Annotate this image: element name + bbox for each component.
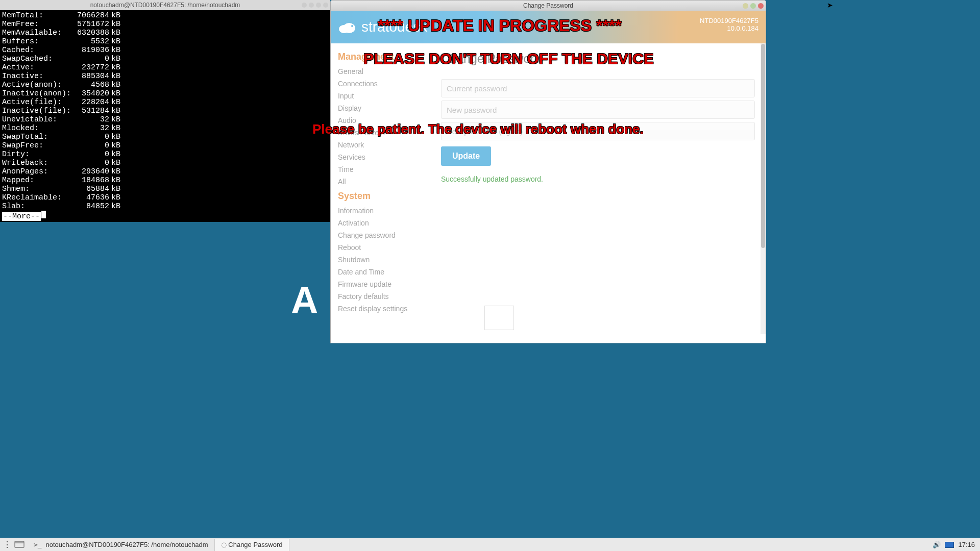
new-password-again-input[interactable]: New password (again) — [441, 122, 755, 140]
network-icon[interactable] — [945, 542, 954, 548]
system-tray: 🔊 17:16 — [927, 541, 980, 548]
logo-text: stratodesk — [361, 19, 427, 35]
terminal-row: Active:232772kB — [2, 63, 328, 72]
sidebar-item[interactable]: Display — [338, 102, 424, 114]
update-button[interactable]: Update — [441, 146, 491, 166]
terminal-row: MemAvailable:6320388kB — [2, 29, 328, 37]
terminal-more[interactable]: --More-- — [2, 211, 328, 221]
logo: stratodesk — [338, 19, 427, 35]
sidebar-item[interactable]: Audio — [338, 114, 424, 127]
page-content: Management GeneralConnectionsInputDispla… — [331, 43, 766, 343]
taskbar-tray: ⋮ — [0, 540, 28, 549]
terminal-icon: >_ — [34, 541, 45, 548]
sidebar-item[interactable]: Reboot — [338, 241, 424, 254]
sidebar-item[interactable]: Reset display settings — [338, 303, 424, 315]
terminal-row: MemTotal:7066284kB — [2, 11, 328, 20]
terminal-row: Buffers:5532kB — [2, 37, 328, 46]
svg-point-1 — [343, 23, 355, 33]
new-password-input[interactable]: New password — [441, 101, 755, 119]
sidebar-item[interactable]: Information — [338, 205, 424, 217]
svg-rect-3 — [15, 541, 24, 547]
terminal-row: Writeback:0kB — [2, 159, 328, 167]
sidebar-section-management: Management — [338, 52, 424, 62]
terminal-row: Cached:819036kB — [2, 46, 328, 55]
terminal-row: Mlocked:32kB — [2, 124, 328, 133]
terminal-row: Inactive(file):531284kB — [2, 107, 328, 115]
file-manager-icon[interactable] — [14, 540, 24, 549]
svg-point-2 — [351, 25, 353, 27]
terminal-row: Inactive:885304kB — [2, 72, 328, 81]
terminal-row: Unevictable:32kB — [2, 115, 328, 124]
terminal-controls — [302, 3, 328, 8]
stratodesk-logo-icon — [338, 19, 357, 35]
cursor-icon: ➤ — [827, 1, 833, 9]
browser-title: Change Password — [523, 2, 573, 9]
taskbar-terminal-button[interactable]: >_ notouchadm@NTD00190F4627F5: /home/not… — [28, 539, 215, 551]
ip-address: 10.0.0.184 — [700, 24, 758, 32]
sidebar-item[interactable]: Network — [338, 139, 424, 151]
scrollbar-thumb[interactable] — [761, 44, 765, 248]
sidebar-item[interactable]: Change password — [338, 229, 424, 241]
terminal-row: Shmem:65884kB — [2, 185, 328, 193]
terminal-row: Slab:84852kB — [2, 202, 328, 211]
sidebar-item[interactable]: General — [338, 65, 424, 78]
sidebar-item[interactable]: Input — [338, 90, 424, 102]
terminal-row: SwapCached:0kB — [2, 55, 328, 63]
success-message: Successfully updated password. — [441, 175, 755, 183]
overlay-box — [484, 306, 514, 330]
terminal-row: SwapTotal:0kB — [2, 133, 328, 141]
terminal-row: Active(anon):4568kB — [2, 81, 328, 89]
terminal-row: Active(file):228204kB — [2, 98, 328, 107]
terminal-titlebar[interactable]: notouchadm@NTD00190F4627F5: /home/notouc… — [0, 0, 330, 10]
terminal-row: Mapped:184868kB — [2, 176, 328, 185]
maximize-icon[interactable] — [750, 3, 756, 9]
terminal-row: SwapFree:0kB — [2, 141, 328, 150]
sidebar-item[interactable]: Drives/Printers — [338, 127, 424, 139]
browser-window: Change Password stratodesk NTD00190F4627… — [330, 0, 766, 343]
main-panel: Change Password Current password New pas… — [431, 43, 766, 343]
taskbar-terminal-label: notouchadm@NTD00190F4627F5: /home/notouc… — [45, 541, 208, 548]
terminal-window: notouchadm@NTD00190F4627F5: /home/notouc… — [0, 0, 330, 222]
terminal-title: notouchadm@NTD00190F4627F5: /home/notouc… — [90, 2, 240, 9]
terminal-row: Inactive(anon):354020kB — [2, 89, 328, 98]
close-icon[interactable] — [316, 3, 321, 8]
globe-icon: ◌ — [221, 541, 229, 548]
sidebar-item[interactable]: Date and Time — [338, 266, 424, 278]
sidebar-item[interactable]: Factory defaults — [338, 290, 424, 303]
terminal-row: MemFree:5751672kB — [2, 20, 328, 29]
sidebar-item[interactable]: Shutdown — [338, 254, 424, 266]
header-host-info: NTD00190F4627F5 10.0.0.184 — [700, 17, 758, 32]
taskbar-browser-label: Change Password — [228, 541, 282, 548]
sound-icon[interactable]: 🔊 — [933, 541, 941, 548]
current-password-input[interactable]: Current password — [441, 79, 755, 97]
desktop-icon[interactable]: A — [291, 279, 318, 322]
page-header: stratodesk NTD00190F4627F5 10.0.0.184 — [331, 11, 766, 43]
minimize-icon[interactable] — [302, 3, 307, 8]
shade-icon[interactable] — [323, 3, 328, 8]
sidebar-item[interactable]: All — [338, 176, 424, 188]
sidebar-section-system: System — [338, 191, 424, 202]
terminal-row: AnonPages:293640kB — [2, 167, 328, 176]
page-title: Change Password — [441, 52, 755, 66]
sidebar-item[interactable]: Time — [338, 163, 424, 176]
hostname: NTD00190F4627F5 — [700, 17, 758, 24]
sidebar-item[interactable]: Connections — [338, 78, 424, 90]
taskbar: ⋮ >_ notouchadm@NTD00190F4627F5: /home/n… — [0, 538, 980, 551]
sidebar-item[interactable]: Activation — [338, 217, 424, 229]
scrollbar[interactable] — [761, 43, 766, 334]
sidebar-item[interactable]: Services — [338, 151, 424, 163]
clock[interactable]: 17:16 — [958, 541, 975, 548]
terminal-row: KReclaimable:47636kB — [2, 193, 328, 202]
window-controls — [743, 3, 764, 9]
browser-titlebar[interactable]: Change Password — [331, 1, 766, 11]
close-icon[interactable] — [758, 3, 764, 9]
sidebar: Management GeneralConnectionsInputDispla… — [331, 43, 431, 343]
taskbar-browser-button[interactable]: ◌ Change Password — [215, 539, 289, 551]
terminal-row: Dirty:0kB — [2, 150, 328, 159]
terminal-body[interactable]: MemTotal:7066284kBMemFree:5751672kBMemAv… — [0, 10, 330, 222]
sidebar-item[interactable]: Firmware update — [338, 278, 424, 290]
minimize-icon[interactable] — [743, 3, 748, 9]
maximize-icon[interactable] — [309, 3, 314, 8]
menu-icon[interactable]: ⋮ — [3, 540, 11, 549]
